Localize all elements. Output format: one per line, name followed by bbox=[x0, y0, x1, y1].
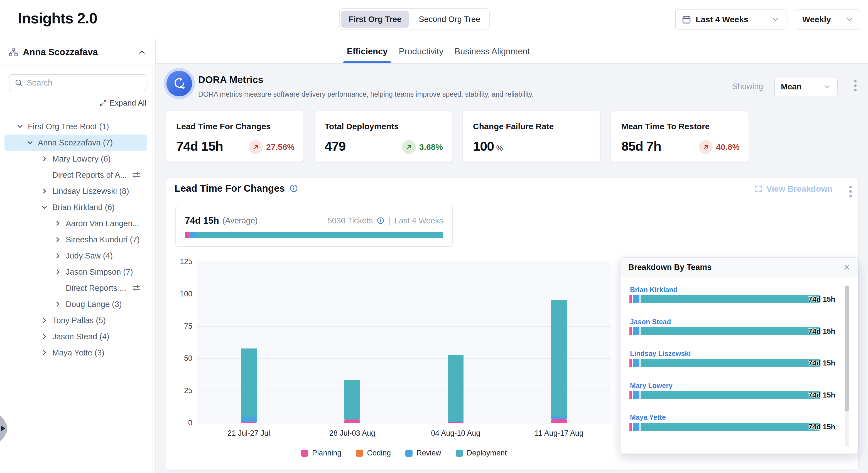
summary-stacked-bar bbox=[185, 232, 443, 238]
gridline bbox=[197, 294, 611, 294]
gridline bbox=[197, 358, 611, 359]
sidebar-header[interactable]: Anna Scozzafava bbox=[0, 39, 155, 65]
breakdown-team-link[interactable]: Jason Stead bbox=[630, 318, 671, 326]
bar-segment-deployment bbox=[448, 355, 464, 421]
scrollbar-thumb[interactable] bbox=[845, 286, 849, 411]
tree-item[interactable]: Jason Stead (4) bbox=[4, 328, 147, 345]
breakdown-team-link[interactable]: Brian Kirkland bbox=[630, 286, 678, 294]
metric-delta-value: 27.56% bbox=[266, 142, 294, 152]
legend-label: Planning bbox=[312, 449, 341, 457]
chevron-up-icon[interactable] bbox=[137, 48, 147, 57]
sidebar-user-name: Anna Scozzafava bbox=[23, 47, 98, 57]
sidebar-collapse-handle[interactable] bbox=[0, 415, 7, 442]
metric-card-value: 479 bbox=[324, 139, 345, 154]
tree-item[interactable]: Direct Reports ... bbox=[4, 280, 147, 296]
date-range-select[interactable]: Last 4 Weeks bbox=[675, 9, 786, 30]
tree-item[interactable]: Lindsay Liszewski (8) bbox=[4, 183, 147, 199]
metric-delta-badge: 27.56% bbox=[249, 140, 294, 154]
bar-segment-review bbox=[241, 417, 257, 422]
close-icon[interactable] bbox=[843, 263, 851, 271]
info-icon[interactable] bbox=[289, 184, 298, 193]
tree-item[interactable]: Aaron Van Langen... bbox=[4, 215, 147, 232]
tab-business-alignment[interactable]: Business Alignment bbox=[455, 39, 530, 63]
trend-up-icon bbox=[249, 140, 263, 154]
lead-time-panel: Lead Time For Changes View Breakdown bbox=[166, 177, 859, 471]
tree-item[interactable]: Doug Lange (3) bbox=[4, 296, 147, 312]
legend-item-planning[interactable]: Planning bbox=[301, 449, 341, 457]
breakdown-header: Breakdown By Teams bbox=[621, 258, 858, 277]
search-input[interactable] bbox=[27, 78, 132, 87]
chevron-down-icon bbox=[40, 203, 49, 212]
breakdown-team-link[interactable]: Mary Lowery bbox=[630, 382, 673, 390]
chevron-down-icon bbox=[845, 15, 854, 24]
tree-item[interactable]: Brian Kirkland (6) bbox=[4, 199, 147, 215]
tree-item-label: Maya Yette (3) bbox=[52, 348, 104, 357]
breakdown-value: 74d 15h bbox=[804, 391, 840, 399]
breakdown-title: Breakdown By Teams bbox=[628, 263, 712, 272]
panel-title: Lead Time For Changes bbox=[175, 183, 285, 194]
tree-item[interactable]: Tony Pallas (5) bbox=[4, 312, 147, 328]
tree-item[interactable]: Judy Saw (4) bbox=[4, 248, 147, 264]
tree-item[interactable]: Anna Scozzafava (7) bbox=[4, 135, 147, 151]
chevron-right-icon bbox=[54, 300, 62, 309]
metric-delta-value: 40.8% bbox=[716, 142, 740, 152]
y-tick-label: 25 bbox=[168, 386, 192, 395]
tree-item-label: Doug Lange (3) bbox=[66, 300, 122, 309]
dora-menu-button[interactable] bbox=[852, 78, 858, 93]
chart-legend: PlanningCodingReviewDeployment bbox=[197, 449, 611, 457]
tree-item[interactable]: Mary Lowery (6) bbox=[4, 151, 147, 167]
aggregation-value: Mean bbox=[781, 82, 802, 91]
tree-item[interactable]: Sireesha Kunduri (7) bbox=[4, 232, 147, 248]
org-tree: First Org Tree Root (1)Anna Scozzafava (… bbox=[4, 118, 147, 361]
toggle-second-org-tree[interactable]: Second Org Tree bbox=[411, 10, 488, 28]
breakdown-bar bbox=[629, 423, 822, 431]
legend-item-coding[interactable]: Coding bbox=[356, 449, 391, 457]
gridline bbox=[197, 262, 611, 262]
breakdown-value: 74d 15h bbox=[804, 295, 840, 303]
info-icon[interactable] bbox=[377, 217, 384, 225]
breakdown-team-link[interactable]: Lindsay Liszewski bbox=[630, 350, 691, 358]
tabs: EfficiencyProductivityBusiness Alignment bbox=[347, 39, 530, 63]
breakdown-segment-planning bbox=[629, 295, 632, 303]
chevron-down-icon bbox=[823, 83, 831, 91]
tree-item-label: Jason Simpson (7) bbox=[66, 267, 133, 276]
legend-item-deployment[interactable]: Deployment bbox=[456, 449, 507, 457]
tab-bar: EfficiencyProductivityBusiness Alignment bbox=[156, 39, 868, 63]
tree-item-label: Judy Saw (4) bbox=[66, 251, 113, 261]
tree-item-label: Brian Kirkland (6) bbox=[52, 203, 115, 212]
legend-item-review[interactable]: Review bbox=[405, 449, 441, 457]
tree-item-label: Direct Reports of A... bbox=[52, 171, 127, 180]
metric-card: Total Deployments4793.68% bbox=[314, 111, 453, 162]
tree-item[interactable]: First Org Tree Root (1) bbox=[4, 118, 147, 135]
chevron-right-icon bbox=[40, 187, 49, 196]
tree-item[interactable]: Direct Reports of A... bbox=[4, 167, 147, 183]
granularity-select[interactable]: Weekly bbox=[796, 9, 860, 30]
calendar-icon bbox=[682, 15, 691, 24]
toggle-first-org-tree[interactable]: First Org Tree bbox=[341, 10, 409, 28]
sliders-icon[interactable] bbox=[132, 171, 141, 179]
breakdown-team-link[interactable]: Maya Yette bbox=[630, 413, 666, 421]
expand-all-button[interactable]: Expand All bbox=[0, 98, 147, 108]
breakdown-segment-deployment bbox=[641, 391, 821, 399]
metric-card: Change Failure Rate100% bbox=[462, 111, 601, 162]
lead-time-summary-card: 74d 15h (Average) 5030 Tickets | Last 4 … bbox=[175, 205, 453, 247]
lead-time-menu-button[interactable] bbox=[848, 184, 854, 199]
sliders-icon[interactable] bbox=[132, 284, 141, 293]
breakdown-segment-deployment bbox=[641, 359, 821, 367]
metric-card-title: Change Failure Rate bbox=[473, 122, 554, 131]
aggregation-select[interactable]: Mean bbox=[774, 77, 838, 96]
view-breakdown-button[interactable]: View Breakdown bbox=[754, 184, 833, 194]
tree-item[interactable]: Jason Simpson (7) bbox=[4, 264, 147, 280]
breakdown-value: 74d 15h bbox=[804, 359, 840, 367]
breakdown-value: 74d 15h bbox=[804, 423, 840, 431]
bar-segment-review bbox=[551, 416, 567, 419]
tab-efficiency[interactable]: Efficiency bbox=[347, 39, 388, 63]
tab-productivity[interactable]: Productivity bbox=[399, 39, 443, 63]
y-tick-label: 50 bbox=[168, 354, 192, 363]
breakdown-segment-planning bbox=[629, 359, 632, 367]
tree-item[interactable]: Maya Yette (3) bbox=[4, 345, 147, 361]
bar-segment-planning bbox=[241, 422, 257, 423]
y-tick-label: 75 bbox=[168, 322, 192, 331]
summary-tickets: 5030 Tickets bbox=[328, 216, 373, 225]
breakdown-segment-deployment bbox=[641, 423, 821, 431]
